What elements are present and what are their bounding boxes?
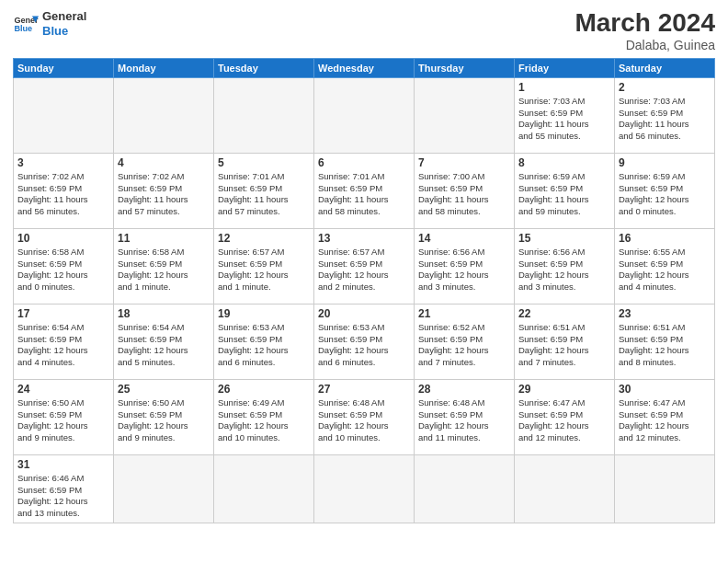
day-number: 23 <box>619 307 711 320</box>
page-title: March 2024 <box>574 9 715 38</box>
title-block: March 2024 Dalaba, Guinea <box>574 9 715 52</box>
calendar-cell: 16Sunrise: 6:55 AM Sunset: 6:59 PM Dayli… <box>615 228 715 304</box>
day-number: 11 <box>118 232 210 245</box>
page: General Blue General Blue March 2024 Dal… <box>0 0 728 563</box>
day-info: Sunrise: 6:47 AM Sunset: 6:59 PM Dayligh… <box>619 397 711 444</box>
day-info: Sunrise: 6:54 AM Sunset: 6:59 PM Dayligh… <box>118 322 210 369</box>
calendar-week-5: 24Sunrise: 6:50 AM Sunset: 6:59 PM Dayli… <box>14 379 715 454</box>
day-header-monday: Monday <box>114 58 214 77</box>
calendar-cell <box>415 454 515 523</box>
day-number: 27 <box>318 383 410 396</box>
calendar-cell: 25Sunrise: 6:50 AM Sunset: 6:59 PM Dayli… <box>114 379 214 454</box>
calendar-cell: 21Sunrise: 6:52 AM Sunset: 6:59 PM Dayli… <box>415 304 515 379</box>
day-info: Sunrise: 7:01 AM Sunset: 6:59 PM Dayligh… <box>318 171 410 218</box>
logo-general: General <box>42 9 86 24</box>
day-number: 16 <box>619 232 711 245</box>
calendar-week-1: 1Sunrise: 7:03 AM Sunset: 6:59 PM Daylig… <box>14 77 715 153</box>
calendar-cell: 8Sunrise: 6:59 AM Sunset: 6:59 PM Daylig… <box>515 153 615 228</box>
day-info: Sunrise: 6:50 AM Sunset: 6:59 PM Dayligh… <box>17 397 109 444</box>
day-info: Sunrise: 7:03 AM Sunset: 6:59 PM Dayligh… <box>518 96 610 143</box>
day-info: Sunrise: 7:02 AM Sunset: 6:59 PM Dayligh… <box>17 171 109 218</box>
calendar-cell: 19Sunrise: 6:53 AM Sunset: 6:59 PM Dayli… <box>214 304 314 379</box>
day-number: 20 <box>318 307 410 320</box>
day-number: 29 <box>518 383 610 396</box>
calendar-cell: 23Sunrise: 6:51 AM Sunset: 6:59 PM Dayli… <box>615 304 715 379</box>
calendar-cell: 15Sunrise: 6:56 AM Sunset: 6:59 PM Dayli… <box>515 228 615 304</box>
day-number: 4 <box>118 156 210 169</box>
day-info: Sunrise: 6:48 AM Sunset: 6:59 PM Dayligh… <box>418 397 510 444</box>
day-info: Sunrise: 6:58 AM Sunset: 6:59 PM Dayligh… <box>118 247 210 293</box>
day-number: 8 <box>518 156 610 169</box>
day-number: 14 <box>418 232 510 245</box>
calendar-cell: 13Sunrise: 6:57 AM Sunset: 6:59 PM Dayli… <box>314 228 415 304</box>
day-info: Sunrise: 6:54 AM Sunset: 6:59 PM Dayligh… <box>17 322 109 369</box>
calendar-cell: 12Sunrise: 6:57 AM Sunset: 6:59 PM Dayli… <box>214 228 314 304</box>
day-info: Sunrise: 6:48 AM Sunset: 6:59 PM Dayligh… <box>318 397 410 444</box>
day-info: Sunrise: 6:58 AM Sunset: 6:59 PM Dayligh… <box>17 247 109 293</box>
calendar-cell <box>114 454 214 523</box>
calendar-cell <box>14 77 114 153</box>
day-info: Sunrise: 6:57 AM Sunset: 6:59 PM Dayligh… <box>318 247 410 293</box>
calendar-cell <box>515 454 615 523</box>
day-header-wednesday: Wednesday <box>314 58 415 77</box>
day-number: 22 <box>518 307 610 320</box>
calendar-cell: 27Sunrise: 6:48 AM Sunset: 6:59 PM Dayli… <box>314 379 415 454</box>
logo: General Blue General Blue <box>13 9 86 38</box>
calendar-cell <box>114 77 214 153</box>
day-number: 17 <box>17 307 109 320</box>
day-info: Sunrise: 7:00 AM Sunset: 6:59 PM Dayligh… <box>418 171 510 218</box>
calendar-week-2: 3Sunrise: 7:02 AM Sunset: 6:59 PM Daylig… <box>14 153 715 228</box>
svg-text:Blue: Blue <box>14 24 32 33</box>
day-number: 24 <box>17 383 109 396</box>
day-number: 5 <box>218 156 310 169</box>
calendar-cell: 14Sunrise: 6:56 AM Sunset: 6:59 PM Dayli… <box>415 228 515 304</box>
day-number: 26 <box>218 383 310 396</box>
day-number: 10 <box>17 232 109 245</box>
day-info: Sunrise: 7:02 AM Sunset: 6:59 PM Dayligh… <box>118 171 210 218</box>
calendar-cell: 6Sunrise: 7:01 AM Sunset: 6:59 PM Daylig… <box>314 153 415 228</box>
day-info: Sunrise: 6:46 AM Sunset: 6:59 PM Dayligh… <box>17 473 109 520</box>
calendar-cell: 3Sunrise: 7:02 AM Sunset: 6:59 PM Daylig… <box>14 153 114 228</box>
calendar-cell <box>314 77 415 153</box>
day-number: 25 <box>118 383 210 396</box>
calendar-week-3: 10Sunrise: 6:58 AM Sunset: 6:59 PM Dayli… <box>14 228 715 304</box>
header: General Blue General Blue March 2024 Dal… <box>13 9 715 52</box>
day-info: Sunrise: 7:01 AM Sunset: 6:59 PM Dayligh… <box>218 171 310 218</box>
calendar-cell: 2Sunrise: 7:03 AM Sunset: 6:59 PM Daylig… <box>615 77 715 153</box>
calendar-cell: 4Sunrise: 7:02 AM Sunset: 6:59 PM Daylig… <box>114 153 214 228</box>
day-info: Sunrise: 6:56 AM Sunset: 6:59 PM Dayligh… <box>518 247 610 293</box>
calendar-cell: 26Sunrise: 6:49 AM Sunset: 6:59 PM Dayli… <box>214 379 314 454</box>
calendar-header: SundayMondayTuesdayWednesdayThursdayFrid… <box>14 58 715 77</box>
calendar-cell: 18Sunrise: 6:54 AM Sunset: 6:59 PM Dayli… <box>114 304 214 379</box>
calendar-cell: 1Sunrise: 7:03 AM Sunset: 6:59 PM Daylig… <box>515 77 615 153</box>
day-number: 30 <box>619 383 711 396</box>
day-number: 2 <box>619 81 711 94</box>
calendar-week-6: 31Sunrise: 6:46 AM Sunset: 6:59 PM Dayli… <box>14 454 715 523</box>
calendar-cell: 30Sunrise: 6:47 AM Sunset: 6:59 PM Dayli… <box>615 379 715 454</box>
calendar-cell <box>214 454 314 523</box>
day-info: Sunrise: 6:59 AM Sunset: 6:59 PM Dayligh… <box>619 171 711 218</box>
calendar-cell: 10Sunrise: 6:58 AM Sunset: 6:59 PM Dayli… <box>14 228 114 304</box>
day-info: Sunrise: 6:47 AM Sunset: 6:59 PM Dayligh… <box>518 397 610 444</box>
day-info: Sunrise: 6:59 AM Sunset: 6:59 PM Dayligh… <box>518 171 610 218</box>
day-number: 15 <box>518 232 610 245</box>
day-number: 12 <box>218 232 310 245</box>
calendar-cell: 28Sunrise: 6:48 AM Sunset: 6:59 PM Dayli… <box>415 379 515 454</box>
day-number: 31 <box>17 458 109 471</box>
calendar-cell: 17Sunrise: 6:54 AM Sunset: 6:59 PM Dayli… <box>14 304 114 379</box>
day-header-thursday: Thursday <box>415 58 515 77</box>
day-header-sunday: Sunday <box>14 58 114 77</box>
calendar-cell <box>615 454 715 523</box>
day-number: 9 <box>619 156 711 169</box>
day-number: 3 <box>17 156 109 169</box>
logo-icon: General Blue <box>13 11 39 37</box>
day-info: Sunrise: 6:53 AM Sunset: 6:59 PM Dayligh… <box>318 322 410 369</box>
day-number: 1 <box>518 81 610 94</box>
day-info: Sunrise: 6:57 AM Sunset: 6:59 PM Dayligh… <box>218 247 310 293</box>
day-number: 18 <box>118 307 210 320</box>
day-info: Sunrise: 6:56 AM Sunset: 6:59 PM Dayligh… <box>418 247 510 293</box>
calendar-cell: 24Sunrise: 6:50 AM Sunset: 6:59 PM Dayli… <box>14 379 114 454</box>
calendar-cell <box>314 454 415 523</box>
calendar-cell: 22Sunrise: 6:51 AM Sunset: 6:59 PM Dayli… <box>515 304 615 379</box>
calendar-cell: 31Sunrise: 6:46 AM Sunset: 6:59 PM Dayli… <box>14 454 114 523</box>
